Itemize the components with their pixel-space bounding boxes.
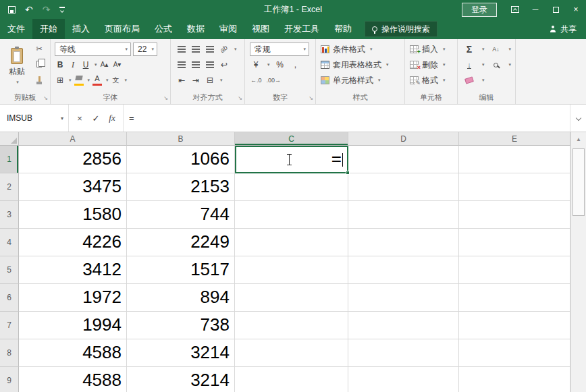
phonetic-guide-button[interactable]: 文: [111, 74, 122, 87]
decrease-font-size-button[interactable]: A▾: [112, 58, 123, 72]
wrap-text-button[interactable]: ↩: [219, 58, 230, 72]
cell-A9[interactable]: 4588: [19, 367, 127, 392]
tab-review[interactable]: 审阅: [212, 19, 244, 39]
cell-E3[interactable]: [459, 201, 570, 229]
cell-C7[interactable]: [235, 312, 348, 339]
row-header-8[interactable]: 8: [0, 339, 19, 367]
align-left-button[interactable]: [176, 58, 187, 72]
align-center-button[interactable]: [190, 58, 201, 72]
enter-button[interactable]: ✓: [88, 113, 104, 123]
sign-in-button[interactable]: 登录: [462, 3, 497, 17]
cell-A2[interactable]: 3475: [19, 173, 127, 201]
tab-help[interactable]: 帮助: [327, 19, 359, 39]
row-header-9[interactable]: 9: [0, 367, 19, 392]
format-painter-button[interactable]: [32, 73, 46, 84]
font-size-combo[interactable]: 22▾: [133, 43, 157, 56]
merge-center-button[interactable]: ⊟: [205, 74, 215, 87]
row-header-6[interactable]: 6: [0, 284, 19, 312]
cell-A1[interactable]: 2856: [19, 146, 127, 173]
font-color-button[interactable]: A: [92, 74, 103, 87]
redo-button[interactable]: ↷: [43, 5, 51, 14]
cell-E5[interactable]: [459, 256, 570, 284]
share-button[interactable]: 共享: [550, 19, 586, 39]
cancel-button[interactable]: ×: [72, 113, 88, 123]
select-all-button[interactable]: [0, 132, 19, 146]
column-header-E[interactable]: E: [459, 132, 570, 146]
number-format-combo[interactable]: 常规▾: [250, 43, 309, 56]
format-as-table-button[interactable]: 套用表格格式 ▾: [316, 58, 404, 72]
comma-style-button[interactable]: ,: [290, 58, 301, 72]
cell-E7[interactable]: [459, 312, 570, 339]
borders-button[interactable]: ⊞: [55, 74, 65, 87]
cell-E8[interactable]: [459, 339, 570, 367]
decrease-indent-button[interactable]: ⇤: [176, 74, 187, 87]
name-box-dropdown[interactable]: ▾: [56, 115, 68, 121]
cut-button[interactable]: ✂: [32, 43, 46, 55]
tab-home[interactable]: 开始: [32, 19, 65, 39]
paste-button[interactable]: 粘贴 ▾: [3, 43, 31, 90]
tab-view[interactable]: 视图: [244, 19, 277, 39]
copy-button[interactable]: [32, 58, 46, 69]
row-header-1[interactable]: 1: [0, 146, 19, 173]
cell-A6[interactable]: 1972: [19, 284, 127, 312]
cell-C3[interactable]: [235, 201, 348, 229]
cell-E4[interactable]: [459, 229, 570, 256]
cell-B3[interactable]: 744: [127, 201, 235, 229]
save-button[interactable]: [8, 6, 16, 13]
cell-C2[interactable]: [235, 173, 348, 201]
row-header-2[interactable]: 2: [0, 173, 19, 201]
font-name-combo[interactable]: 等线▾: [55, 43, 131, 56]
align-right-button[interactable]: [205, 58, 215, 72]
decrease-decimal-button[interactable]: .00→: [267, 74, 282, 87]
align-middle-button[interactable]: [190, 43, 201, 56]
insert-function-button[interactable]: fx: [104, 113, 120, 123]
cell-B9[interactable]: 3214: [127, 367, 235, 392]
cell-A5[interactable]: 3412: [19, 256, 127, 284]
cell-A3[interactable]: 1580: [19, 201, 127, 229]
cell-E2[interactable]: [459, 173, 570, 201]
align-bottom-button[interactable]: [205, 43, 215, 56]
italic-button[interactable]: I: [68, 58, 78, 72]
cell-D6[interactable]: [348, 284, 459, 312]
insert-cells-button[interactable]: + 插入 ▾: [405, 43, 457, 56]
cell-C5[interactable]: [235, 256, 348, 284]
fill-button[interactable]: ↓: [464, 58, 475, 72]
cell-C4[interactable]: [235, 229, 348, 256]
close-button[interactable]: ×: [566, 0, 586, 19]
row-header-7[interactable]: 7: [0, 312, 19, 339]
column-header-B[interactable]: B: [127, 132, 235, 146]
sort-filter-button[interactable]: A↓: [491, 43, 502, 56]
increase-decimal-button[interactable]: ←.0: [250, 74, 262, 87]
customize-quick-access-button[interactable]: [59, 7, 65, 11]
cell-B8[interactable]: 3214: [127, 339, 235, 367]
tab-data[interactable]: 数据: [180, 19, 212, 39]
cell-B6[interactable]: 894: [127, 284, 235, 312]
maximize-button[interactable]: [545, 0, 566, 19]
row-header-5[interactable]: 5: [0, 256, 19, 284]
scrollbar-thumb[interactable]: [572, 148, 585, 216]
cell-D8[interactable]: [348, 339, 459, 367]
vertical-scrollbar[interactable]: ▲: [570, 132, 586, 392]
cell-A7[interactable]: 1994: [19, 312, 127, 339]
cell-B7[interactable]: 738: [127, 312, 235, 339]
cell-A4[interactable]: 4226: [19, 229, 127, 256]
column-header-C[interactable]: C: [235, 132, 348, 146]
cell-D2[interactable]: [348, 173, 459, 201]
font-dialog-launcher[interactable]: ↘: [163, 96, 168, 101]
delete-cells-button[interactable]: × 删除 ▾: [405, 58, 457, 72]
percent-style-button[interactable]: %: [275, 58, 286, 72]
conditional-formatting-button[interactable]: 条件格式 ▾: [316, 43, 404, 56]
fill-color-button[interactable]: [74, 74, 84, 87]
tab-insert[interactable]: 插入: [65, 19, 97, 39]
column-header-A[interactable]: A: [19, 132, 127, 146]
cell-D7[interactable]: [348, 312, 459, 339]
tab-file[interactable]: 文件: [0, 19, 32, 39]
cell-C9[interactable]: [235, 367, 348, 392]
orientation-button[interactable]: ab: [219, 43, 230, 56]
tab-formulas[interactable]: 公式: [147, 19, 180, 39]
cell-C1[interactable]: =: [235, 146, 348, 173]
cell-E6[interactable]: [459, 284, 570, 312]
cell-B4[interactable]: 2249: [127, 229, 235, 256]
cell-D9[interactable]: [348, 367, 459, 392]
cell-C8[interactable]: [235, 339, 348, 367]
